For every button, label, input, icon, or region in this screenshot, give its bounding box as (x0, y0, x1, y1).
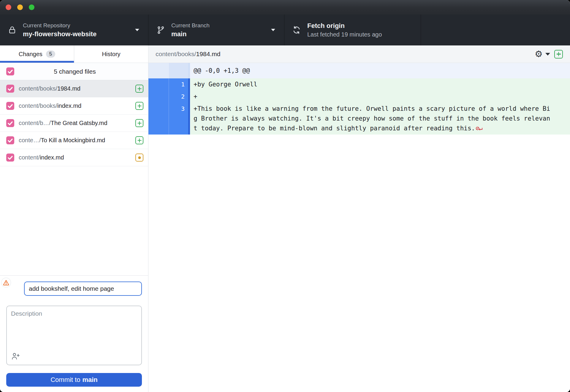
commit-button-branch: main (82, 376, 97, 384)
fetch-title: Fetch origin (307, 22, 382, 30)
file-path: conte…/To Kill a Mockingbird.md (19, 137, 105, 144)
hunk-gutter-new[interactable] (169, 63, 188, 78)
file-row[interactable]: conte…/To Kill a Mockingbird.md (0, 132, 148, 149)
fetch-subtitle: Last fetched 19 minutes ago (307, 31, 382, 38)
main-area: Changes 5 History 5 changed files conten… (0, 45, 570, 392)
zoom-button[interactable] (29, 4, 34, 10)
sidebar-spacer (0, 166, 148, 275)
warning-icon[interactable] (1, 278, 11, 287)
file-dir: content/books/ (19, 102, 57, 109)
git-branch-icon (156, 25, 166, 35)
diff-line-row: 1 +by George Orwell (148, 78, 570, 91)
file-name: index.md (57, 102, 81, 109)
tab-changes-label: Changes (19, 51, 42, 58)
file-dir: content/ (19, 154, 40, 161)
file-name: To Kill a Mockingbird.md (41, 137, 105, 143)
diff-line-text: +This book is like a warning from the fu… (190, 103, 570, 135)
fetch-origin-button[interactable]: Fetch origin Last fetched 19 minutes ago (284, 15, 421, 45)
chevron-down-icon (271, 29, 275, 31)
diff-line-text: + (190, 91, 570, 103)
toolbar-filler (421, 15, 570, 45)
file-checkbox[interactable] (6, 85, 14, 93)
file-path: content/b…/The Great Gatsby.md (19, 120, 107, 127)
branch-selector[interactable]: Current Branch main (148, 15, 284, 45)
window-controls (6, 4, 34, 10)
chevron-down-icon (135, 29, 139, 31)
file-row[interactable]: content/books/index.md (0, 97, 148, 115)
diff-line-number[interactable]: 2 (169, 91, 188, 103)
added-status-icon (135, 136, 143, 144)
repository-selector[interactable]: Current Repository my-flowershow-website (0, 15, 148, 45)
diff-line-row: 3 +This book is like a warning from the … (148, 103, 570, 135)
file-dir: content/books/ (19, 85, 57, 92)
diff-gutter-old[interactable] (148, 91, 169, 103)
file-checkbox[interactable] (6, 102, 14, 110)
sidebar-tabs: Changes 5 History (0, 45, 148, 63)
changed-files-header: 5 changed files (0, 63, 148, 80)
commit-description-box (6, 306, 142, 365)
hunk-header-row[interactable]: @@ -0,0 +1,3 @@ (148, 63, 570, 78)
diff-lines: 1 +by George Orwell 2 + 3 +This book is … (148, 78, 570, 135)
commit-summary-row (6, 282, 142, 296)
file-name: 1984.md (57, 85, 80, 92)
commit-summary-input[interactable] (24, 282, 142, 296)
avatar-wrap (6, 282, 24, 296)
hunk-gutter-old[interactable] (148, 63, 169, 78)
added-status-icon (135, 85, 143, 93)
diff-body: @@ -0,0 +1,3 @@ 1 +by George Orwell 2 + … (148, 63, 570, 392)
file-dir: content/b…/ (19, 120, 51, 126)
toolbar: Current Repository my-flowershow-website… (0, 15, 570, 45)
tab-history-label: History (102, 51, 120, 58)
lock-icon (8, 25, 18, 35)
repository-name: my-flowershow-website (23, 30, 96, 38)
no-newline-icon: ⊘↵ (476, 125, 482, 132)
diff-file-name: 1984.md (196, 50, 221, 58)
file-path: content/index.md (19, 154, 64, 161)
branch-label: Current Branch (171, 22, 210, 29)
diff-gutter-old[interactable] (148, 78, 169, 91)
sync-icon (292, 25, 302, 35)
diff-options-button[interactable]: ⚙ (535, 50, 550, 59)
app-window: Current Repository my-flowershow-website… (0, 0, 570, 392)
file-row[interactable]: content/index.md (0, 149, 148, 166)
branch-name: main (171, 30, 210, 38)
file-dir: conte…/ (19, 137, 41, 143)
file-checkbox[interactable] (6, 136, 14, 144)
modified-status-icon (135, 154, 143, 162)
added-status-icon (554, 50, 563, 59)
diff-line-number[interactable]: 3 (169, 103, 188, 135)
titlebar (0, 0, 570, 15)
diff-line-number[interactable]: 1 (169, 78, 188, 91)
added-status-icon (135, 119, 143, 127)
file-path: content/books/1984.md (19, 85, 80, 92)
tab-history[interactable]: History (74, 45, 148, 63)
hunk-header-text: @@ -0,0 +1,3 @@ (190, 63, 570, 78)
diff-line-row: 2 + (148, 91, 570, 103)
diff-pane: content/books/1984.md ⚙ @@ -0,0 +1,3 @@ (148, 45, 570, 392)
minimize-button[interactable] (17, 4, 23, 10)
changed-files-label: 5 changed files (6, 68, 143, 75)
file-name: The Great Gatsby.md (51, 120, 107, 126)
file-checkbox[interactable] (6, 154, 14, 162)
file-row[interactable]: content/b…/The Great Gatsby.md (0, 115, 148, 132)
diff-line-text: +by George Orwell (190, 78, 570, 91)
gear-icon: ⚙ (535, 50, 543, 59)
diff-gutter-old[interactable] (148, 103, 169, 135)
tab-changes[interactable]: Changes 5 (0, 45, 74, 63)
add-coauthor-button[interactable] (11, 352, 20, 361)
file-checkbox[interactable] (6, 119, 14, 127)
commit-description-input[interactable] (7, 306, 141, 354)
file-row[interactable]: content/books/1984.md (0, 80, 148, 97)
changes-count-badge: 5 (46, 50, 55, 58)
close-button[interactable] (6, 4, 11, 10)
file-name: index.md (40, 154, 64, 161)
diff-file-header: content/books/1984.md ⚙ (148, 45, 570, 63)
sidebar: Changes 5 History 5 changed files conten… (0, 45, 148, 392)
file-list: content/books/1984.md content/books/inde… (0, 80, 148, 166)
diff-file-dir: content/books/ (156, 50, 196, 58)
repository-label: Current Repository (23, 22, 96, 29)
commit-button-prefix: Commit to (50, 376, 80, 384)
commit-form: Commit to main (0, 275, 148, 392)
commit-button[interactable]: Commit to main (6, 373, 142, 387)
added-status-icon (135, 102, 143, 110)
